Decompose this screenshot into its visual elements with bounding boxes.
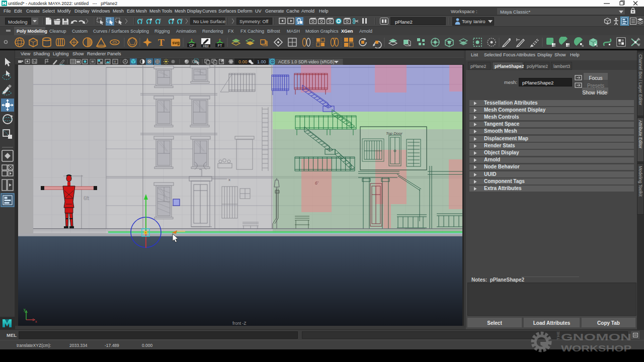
svg-text:Hist: Hist — [203, 44, 208, 48]
svg-text:WORKSHOP: WORKSHOP — [561, 344, 631, 353]
svg-text:THE: THE — [556, 331, 560, 340]
svg-text:svg: svg — [172, 40, 180, 45]
svg-text:FT: FT — [218, 44, 222, 47]
svg-text:y: y — [24, 308, 26, 312]
svg-text:ACES 1.0 SDR-video (sRGB): ACES 1.0 SDR-video (sRGB) — [278, 59, 335, 64]
svg-text:x: x — [228, 177, 230, 182]
svg-text:T: T — [114, 60, 116, 64]
svg-text:6': 6' — [315, 180, 318, 186]
svg-text:1.00: 1.00 — [257, 59, 266, 64]
svg-text:6ft: 6ft — [84, 196, 89, 201]
svg-text:GNOMON: GNOMON — [561, 332, 631, 342]
svg-text:CP: CP — [189, 44, 194, 47]
svg-text:T: T — [158, 37, 165, 48]
svg-text:front -Z: front -Z — [232, 321, 246, 326]
svg-text:0.00: 0.00 — [238, 59, 248, 64]
svg-text:x: x — [35, 320, 37, 323]
